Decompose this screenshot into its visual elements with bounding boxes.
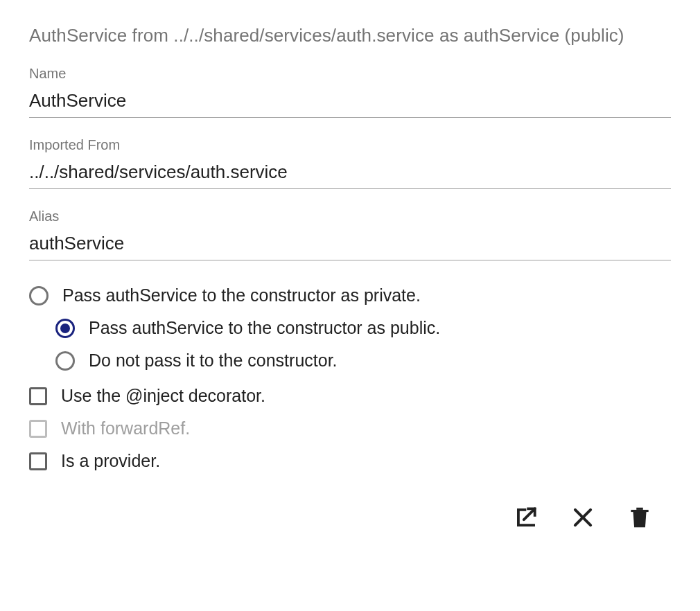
delete-icon[interactable]: [627, 504, 653, 531]
checkbox-row-forwardref: With forwardRef.: [29, 418, 671, 439]
checkbox-inject-label: Use the @inject decorator.: [61, 386, 265, 406]
checkbox-options: Use the @inject decorator. With forwardR…: [29, 386, 671, 471]
name-input[interactable]: [29, 87, 671, 118]
checkbox-provider-label: Is a provider.: [61, 451, 160, 471]
radio-row-none: Do not pass it to the constructor.: [55, 351, 671, 371]
name-field: Name: [29, 66, 671, 118]
alias-label: Alias: [29, 209, 671, 224]
checkbox-inject[interactable]: [29, 387, 47, 405]
checkbox-row-inject: Use the @inject decorator.: [29, 386, 671, 406]
constructor-options: Pass authService to the constructor as p…: [29, 285, 671, 371]
checkbox-provider[interactable]: [29, 452, 47, 470]
radio-public[interactable]: [55, 319, 75, 338]
alias-input[interactable]: [29, 230, 671, 260]
alias-field: Alias: [29, 209, 671, 260]
dependency-summary: AuthService from ../../shared/services/a…: [29, 25, 671, 46]
action-bar: [29, 504, 671, 531]
checkbox-forwardref: [29, 420, 47, 438]
checkbox-forwardref-label: With forwardRef.: [61, 418, 190, 439]
radio-private[interactable]: [29, 286, 49, 306]
imported-from-field: Imported From: [29, 137, 671, 189]
imported-from-input[interactable]: [29, 159, 671, 189]
name-label: Name: [29, 66, 671, 82]
radio-row-public: Pass authService to the constructor as p…: [55, 318, 671, 338]
close-icon[interactable]: [570, 504, 596, 531]
radio-row-private: Pass authService to the constructor as p…: [29, 285, 671, 306]
open-external-icon[interactable]: [513, 504, 539, 531]
checkbox-row-provider: Is a provider.: [29, 451, 671, 471]
radio-none-label: Do not pass it to the constructor.: [89, 351, 338, 371]
radio-none[interactable]: [55, 351, 75, 371]
imported-from-label: Imported From: [29, 137, 671, 153]
radio-private-label: Pass authService to the constructor as p…: [62, 285, 421, 306]
radio-public-label: Pass authService to the constructor as p…: [89, 318, 440, 338]
